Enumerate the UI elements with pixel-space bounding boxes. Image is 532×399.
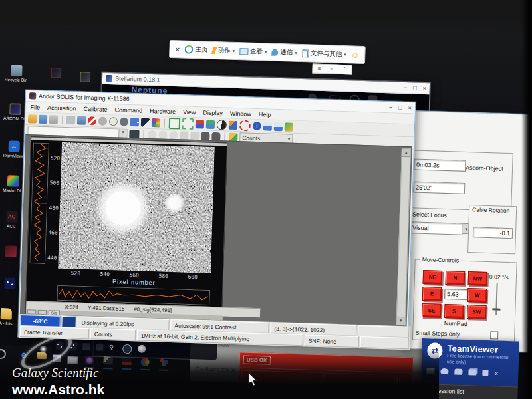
- updown-arrows-icon[interactable]: [196, 120, 204, 128]
- save-as-icon[interactable]: [49, 115, 58, 124]
- close-icon[interactable]: ×: [175, 45, 180, 54]
- andor-app-icon: [29, 92, 36, 99]
- ra-field[interactable]: 0m03.2s: [414, 158, 466, 171]
- link-icon[interactable]: [98, 116, 107, 125]
- telescope-panel-cell[interactable]: [283, 371, 323, 384]
- menu-help[interactable]: Help: [259, 111, 271, 118]
- globe-icon[interactable]: [122, 344, 132, 354]
- desktop-icon-acc[interactable]: AC ACC: [0, 211, 23, 229]
- move-nw-button[interactable]: NW: [468, 271, 488, 286]
- scroll-up-arrow-icon[interactable]: ▲: [402, 149, 410, 157]
- menu-view[interactable]: View: [183, 108, 196, 116]
- toolbar-item-home[interactable]: 主页: [184, 45, 207, 55]
- open-file-icon[interactable]: [28, 114, 37, 123]
- photo-icon[interactable]: [141, 118, 150, 126]
- menu-calibrate[interactable]: Calibrate: [83, 105, 107, 112]
- mdi-scrollbar[interactable]: ▲ ▼: [396, 148, 411, 325]
- info-icon[interactable]: i: [253, 121, 261, 130]
- menu-command[interactable]: Command: [114, 106, 142, 114]
- headset-icon[interactable]: [440, 368, 448, 374]
- scroll-down-arrow-icon[interactable]: ▼: [397, 317, 405, 325]
- caret-down-icon: ▾: [265, 49, 267, 55]
- small-steps-checkbox[interactable]: [490, 331, 498, 339]
- desktop-icon-app2[interactable]: [80, 72, 90, 82]
- abort-icon[interactable]: [88, 116, 96, 125]
- andor-close-button[interactable]: ×: [408, 105, 412, 111]
- video-call-icon[interactable]: [426, 368, 434, 374]
- timer-icon[interactable]: [120, 117, 128, 126]
- copy-icon[interactable]: [468, 369, 476, 375]
- focus-select[interactable]: Visual ▾: [410, 221, 474, 235]
- menu-file[interactable]: File: [30, 104, 40, 110]
- taskbar-app-2-icon[interactable]: [104, 356, 113, 364]
- multitrack-icon[interactable]: [285, 122, 293, 131]
- mountain-chart-icon[interactable]: [229, 120, 237, 129]
- tools-icon[interactable]: [482, 369, 488, 375]
- stellarium-close-button[interactable]: ×: [422, 85, 426, 91]
- panel-side-tab[interactable]: ›: [414, 381, 421, 397]
- move-ne-button[interactable]: NE: [423, 270, 443, 285]
- taskbar-app-3-icon[interactable]: [122, 357, 132, 365]
- grip-icon[interactable]: ≡: [317, 66, 321, 72]
- dashed-circle-icon[interactable]: [239, 120, 251, 132]
- menu-hardware[interactable]: Hardware: [150, 107, 176, 114]
- take-signal-icon[interactable]: [77, 116, 86, 124]
- video-mode-icon[interactable]: [66, 116, 75, 124]
- clock-icon[interactable]: [109, 117, 118, 126]
- dec-field[interactable]: 25'02": [413, 181, 465, 194]
- move-s-button[interactable]: S: [444, 304, 464, 319]
- dashed-region-icon[interactable]: [182, 118, 194, 130]
- session-list-header[interactable]: ▼ Session list: [426, 387, 512, 396]
- desktop-icon-recycle-bin[interactable]: Recycle Bin: [5, 65, 28, 82]
- stellarium-minimize-button[interactable]: −: [404, 84, 408, 90]
- desktop-icon-autoslew[interactable]: [0, 245, 22, 259]
- pie-icon[interactable]: [217, 120, 227, 130]
- step-size-field[interactable]: 5.63: [444, 289, 469, 300]
- image-display-window[interactable]: 520 500 480 460 440: [25, 136, 227, 321]
- move-e-button[interactable]: E: [422, 287, 442, 301]
- desktop-icon-teamviewer[interactable]: ⇔ TeamViewer: [2, 140, 25, 158]
- toolbar-item-files[interactable]: 文件与其他 ▾: [302, 49, 346, 59]
- collapse-panel-icon[interactable]: «: [494, 369, 498, 376]
- toolbar-item-communication[interactable]: 通信 ▾: [271, 48, 297, 57]
- planet-icon[interactable]: [138, 345, 146, 353]
- desktop-icon-starfield[interactable]: [0, 277, 21, 291]
- snf-status: SNF: None: [305, 334, 359, 348]
- desktop-icon-camera-app[interactable]: [51, 68, 61, 78]
- desktop-icon-ascom-diag[interactable]: ASCOM Diag: [3, 103, 27, 121]
- andor-minimize-button[interactable]: −: [389, 104, 393, 110]
- move-se-button[interactable]: SE: [422, 303, 442, 318]
- rate-slider-thumb[interactable]: [492, 308, 500, 310]
- andor-maximize-button[interactable]: □: [398, 104, 402, 110]
- smiley-icon[interactable]: ☺: [351, 50, 360, 59]
- runner-icon[interactable]: ⚲: [109, 344, 116, 351]
- select-region-icon[interactable]: [169, 117, 181, 129]
- palette-icon[interactable]: [152, 118, 160, 127]
- configure-telescope-label[interactable]: Configure telesc...: [195, 365, 241, 373]
- move-n-button[interactable]: N: [446, 271, 466, 285]
- collapse-icon[interactable]: ⌃: [342, 66, 347, 72]
- andor-window: Andor SOLIS for Imaging X-11586 − □ × Fi…: [18, 90, 416, 349]
- ascom-control-panel: 0m03.2s 25'02" Ascom-Object Select Focus…: [402, 110, 532, 352]
- rescale-icon[interactable]: [206, 120, 215, 128]
- desktop-icon-maxim-dl[interactable]: Maxim DL: [1, 175, 25, 193]
- desktop-icon-folder[interactable]: A - Inis: [0, 308, 17, 326]
- menu-display[interactable]: Display: [203, 109, 223, 116]
- minimize-icon[interactable]: −: [330, 66, 333, 72]
- menu-window[interactable]: Window: [230, 110, 251, 117]
- chat-icon[interactable]: [454, 368, 462, 374]
- stellarium-maximize-button[interactable]: □: [413, 85, 417, 91]
- menu-acquisition[interactable]: Acquisition: [47, 104, 76, 112]
- telescope-panel-cell[interactable]: [324, 372, 375, 386]
- toolbar-item-view[interactable]: 查看 ▾: [239, 47, 267, 56]
- cable-rotation-field[interactable]: -0.1: [473, 227, 513, 239]
- toolbar-item-actions[interactable]: 动作 ▾: [212, 46, 235, 55]
- shift-speed-icon[interactable]: [130, 118, 139, 126]
- histogram-icon[interactable]: [263, 122, 272, 130]
- save-icon[interactable]: [39, 114, 47, 123]
- histogram2-icon[interactable]: [274, 122, 283, 130]
- ccd-image[interactable]: [58, 142, 215, 273]
- move-w-button[interactable]: W: [467, 288, 487, 303]
- taskbar-app-5-icon[interactable]: [159, 358, 168, 366]
- move-sw-button[interactable]: SW: [467, 305, 487, 319]
